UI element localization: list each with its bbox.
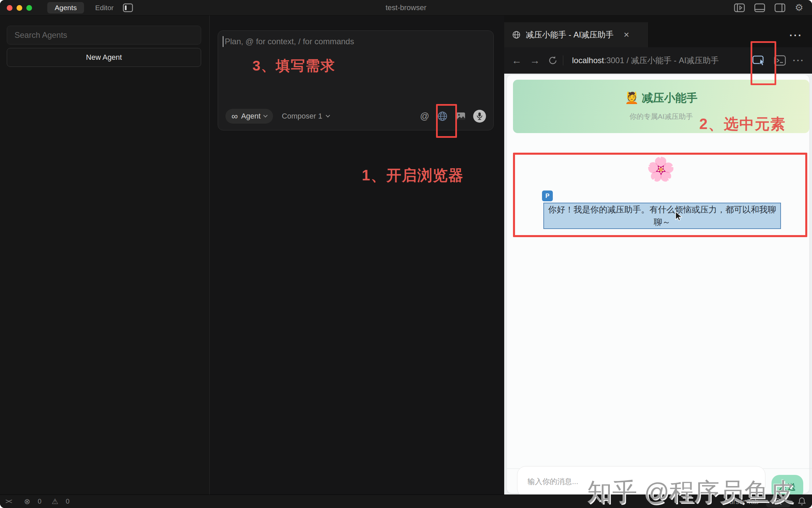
composer-session-dropdown[interactable]: Composer 1 (282, 112, 329, 121)
browser-url-bar: ← → localhost:3001 / 减压小能手 - AI减压助手 ··· (504, 47, 812, 74)
composer-toolbar: ∞ Agent Composer 1 @ (225, 108, 486, 124)
layout-split-icon[interactable] (123, 3, 133, 12)
cursor-tab-status[interactable]: Cursor Tab (724, 498, 759, 506)
errors-icon[interactable]: ⊗ (24, 497, 30, 506)
page-card: 💆 减压小能手 你的专属AI减压助手 🌸 P 你好！我是你的减压助手。有什么烦恼… (507, 75, 809, 493)
cherry-blossom-emoji: 🌸 (516, 155, 806, 182)
browser-panel: 减压小能手 - AI减压助手 × ··· ← → localhost:3001 … (504, 16, 812, 494)
message-input[interactable] (517, 466, 765, 497)
errors-count: 0 (38, 498, 42, 505)
attach-image-icon[interactable] (456, 111, 466, 121)
browser-tabrow: 减压小能手 - AI减压助手 × ··· (504, 22, 812, 47)
select-element-icon[interactable] (752, 54, 766, 67)
annotation-step2-text: 2、选中元素 (699, 114, 786, 134)
devtools-console-icon[interactable] (774, 55, 786, 66)
chevron-down-icon (326, 113, 330, 118)
microphone-icon[interactable] (473, 110, 486, 123)
url-host: localhost (572, 56, 604, 65)
composer-session-label: Composer 1 (282, 112, 322, 121)
settings-gear-icon[interactable]: ⚙ (795, 3, 803, 12)
infinity-icon: ∞ (232, 112, 238, 121)
zoom-button[interactable] (766, 496, 790, 507)
tab-agents[interactable]: Agents (47, 2, 84, 14)
divider (563, 55, 563, 66)
browser-more-icon[interactable]: ··· (793, 55, 805, 66)
annotation-step1-text: 1、开启浏览器 (362, 166, 464, 185)
selected-paragraph[interactable]: 你好！我是你的减压助手。有什么烦恼或压力，都可以和我聊聊～ (543, 203, 781, 229)
agents-sidebar: New Agent (0, 16, 210, 494)
titlebar-actions: ⚙ (734, 0, 803, 16)
composer-box[interactable]: Plan, @ for context, / for commands 3、填写… (218, 30, 494, 130)
browser-tab[interactable]: 减压小能手 - AI减压助手 × (504, 22, 649, 47)
text-caret (223, 36, 223, 47)
window-title: test-browser (0, 0, 812, 16)
browser-globe-icon[interactable] (437, 111, 448, 121)
annotation-step3-text: 3、填写需求 (252, 56, 335, 75)
massage-emoji: 💆 (625, 92, 639, 104)
notifications-bell-icon[interactable] (798, 497, 806, 506)
element-tag-badge: P (542, 190, 553, 201)
chevron-down-icon (263, 113, 268, 118)
globe-icon (512, 31, 520, 39)
close-tab-icon[interactable]: × (624, 30, 629, 40)
minimize-window-button[interactable] (17, 5, 22, 11)
back-icon[interactable]: ← (512, 55, 522, 66)
agent-mode-dropdown[interactable]: ∞ Agent (225, 109, 273, 124)
browser-tab-title: 减压小能手 - AI减压助手 (526, 29, 614, 40)
url-path: :3001 / 减压小能手 - AI减压助手 (604, 56, 719, 65)
forward-icon[interactable]: → (530, 55, 540, 66)
tab-editor-label: Editor (95, 4, 114, 12)
remote-indicator-icon[interactable]: >< (5, 498, 11, 505)
statusbar: >< ⊗ 0 ⚠ 0 Cursor Tab (0, 494, 812, 508)
agent-composer-panel: Plan, @ for context, / for commands 3、填写… (210, 16, 504, 494)
traffic-lights (7, 5, 32, 11)
mention-context-icon[interactable]: @ (420, 111, 429, 122)
search-agents-input[interactable] (7, 26, 201, 45)
maximize-window-button[interactable] (26, 5, 32, 11)
warnings-icon[interactable]: ⚠ (52, 497, 58, 506)
tab-agents-label: Agents (55, 4, 77, 12)
statusbar-right: Cursor Tab (724, 495, 806, 508)
agent-mode-label: Agent (241, 112, 261, 121)
warnings-count: 0 (66, 498, 70, 505)
toggle-primary-sidebar-icon[interactable] (734, 3, 745, 12)
page-title: 💆 减压小能手 (513, 91, 809, 106)
url-text[interactable]: localhost:3001 / 减压小能手 - AI减压助手 (572, 55, 719, 66)
statusbar-left: >< ⊗ 0 ⚠ 0 (5, 497, 74, 506)
close-window-button[interactable] (7, 5, 12, 11)
new-agent-button[interactable]: New Agent (7, 48, 201, 67)
browser-viewport: 💆 减压小能手 你的专属AI减压助手 🌸 P 你好！我是你的减压助手。有什么烦恼… (504, 74, 812, 494)
toggle-bottom-panel-icon[interactable] (754, 3, 765, 12)
refresh-icon[interactable] (548, 56, 558, 65)
tab-editor[interactable]: Editor (90, 2, 118, 14)
toggle-secondary-sidebar-icon[interactable] (775, 3, 785, 12)
titlebar: Agents Editor test-browser ⚙ (0, 0, 812, 16)
mouse-cursor-icon (675, 211, 684, 222)
tabrow-more-icon[interactable]: ··· (789, 30, 803, 41)
composer-placeholder: Plan, @ for context, / for commands (225, 37, 354, 46)
app-window: Agents Editor test-browser ⚙ New Agent (0, 0, 812, 508)
